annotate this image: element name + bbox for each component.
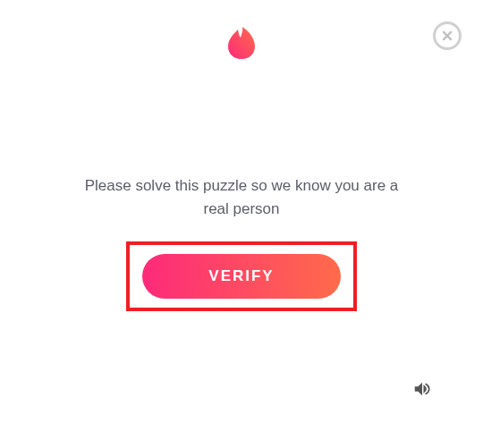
close-button[interactable]	[433, 21, 462, 50]
instruction-text: Please solve this puzzle so we know you …	[0, 174, 483, 222]
speaker-icon	[412, 379, 432, 399]
verify-highlight-box: VERIFY	[126, 241, 357, 311]
close-icon	[441, 30, 453, 42]
verify-button-label: VERIFY	[208, 267, 274, 285]
flame-icon	[228, 27, 255, 59]
verify-button[interactable]: VERIFY	[142, 254, 341, 299]
audio-button[interactable]	[411, 378, 433, 400]
brand-logo	[228, 27, 255, 59]
